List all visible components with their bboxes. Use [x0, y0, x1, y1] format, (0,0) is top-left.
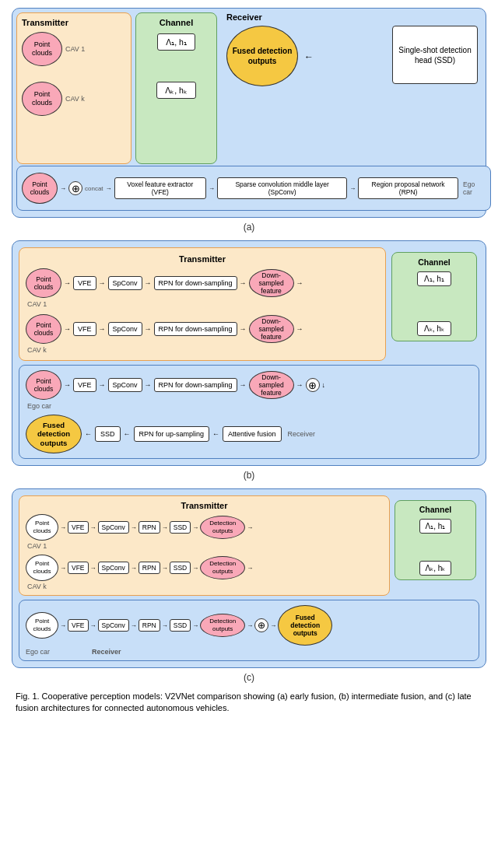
figure-caption: Fig. 1. Cooperative perception models: V… [12, 691, 486, 715]
c-det-outk: Detection outputs [200, 556, 245, 579]
ssd-box-a: Single-shot detection head (SSD) [392, 26, 478, 84]
b-vfek: VFE [73, 322, 96, 336]
c-det-out1: Detection outputs [200, 516, 245, 539]
c-cav1-sub: CAV 1 [27, 542, 383, 550]
ego-car-row: Point clouds → ⊕ concat → Voxel feature … [16, 166, 491, 211]
c-cavk-sub: CAV k [27, 583, 383, 590]
b-rpn-down-ego: RPN for down-sampling [154, 378, 237, 393]
c-ego-row: Point clouds → VFE → SpConv → RPN → SSD … [26, 605, 472, 646]
b-receiver-row: Fused detection outputs ← SSD ← RPN for … [26, 415, 472, 453]
channel-title: Channel [160, 18, 193, 27]
diagram-b-channel: Channel Λ₁, h₁ Λₖ, hₖ [391, 252, 477, 341]
b-vfe-ego: VFE [73, 378, 96, 392]
c-det-out-ego: Detection outputs [200, 614, 245, 637]
b-receiver-label: Receiver [288, 430, 316, 438]
c-vfek: VFE [68, 562, 89, 574]
diagram-b-label: (b) [12, 470, 486, 481]
arrow-ego1: → [60, 185, 66, 192]
vfe-box-a: Voxel feature extractor (VFE) [114, 177, 207, 199]
b-spconv1: SpConv [108, 276, 142, 290]
b-lambda1: Λ₁, h₁ [417, 271, 451, 286]
diagram-a-channel: Channel Λ₁, h₁ Λₖ, hₖ [135, 12, 217, 164]
rpn-box-a: Region proposal network (RPN) [358, 177, 458, 199]
b-fused-outputs: Fused detection outputs [26, 415, 82, 453]
b-rpn-up: RPN for up-sampling [134, 426, 210, 443]
c-ssd1: SSD [170, 521, 191, 534]
diagram-c-label: (c) [12, 672, 486, 683]
c-lambda1: Λ₁, h₁ [419, 519, 452, 534]
diagram-a-transmitter: Transmitter Point clouds CAV 1 Point clo… [16, 12, 132, 164]
concat-circle: ⊕ [68, 181, 82, 195]
c-lambdak: Λₖ, hₖ [419, 561, 452, 576]
c-transmitter-title: Transmitter [26, 501, 383, 510]
ego-pointclouds-ellipse: Point clouds [22, 173, 58, 204]
receiver-title: Receiver [226, 12, 262, 22]
b-lambdak: Λₖ, hₖ [417, 321, 451, 336]
b-rpn-down1: RPN for down-sampling [154, 276, 237, 291]
b-spconvk: SpConv [108, 322, 142, 336]
b-ego-sub: Ego car [27, 402, 472, 410]
main-container: Transmitter Point clouds CAV 1 Point clo… [0, 0, 498, 723]
b-down-featurek: Down-sampled feature [249, 315, 294, 343]
b-down-feature-ego: Down-sampled feature [249, 371, 294, 399]
b-vfe1: VFE [73, 276, 96, 290]
b-ego-cloud: Point clouds [26, 370, 61, 400]
c-circle-plus: ⊕ [254, 618, 268, 632]
c-spconv1: SpConv [98, 521, 129, 534]
c-cavk-cloud: Point clouds [26, 555, 58, 581]
c-fused-outputs: Fused detection outputs [278, 605, 332, 646]
c-rpnk: RPN [139, 562, 160, 574]
c-cavk-row: Point clouds → VFE → SpConv → RPN → SSD … [26, 555, 383, 581]
cavk-ellipse: Point clouds [22, 82, 62, 116]
c-cav1-row: Point clouds → VFE → SpConv → RPN → SSD … [26, 514, 383, 541]
diagram-c-transmitter: Transmitter Channel Λ₁, h₁ Λₖ, hₖ Point … [19, 495, 390, 596]
diagram-b-transmitter: Transmitter Channel Λ₁, h₁ Λₖ, hₖ Point … [19, 247, 386, 361]
b-cav1-cloud: Point clouds [26, 268, 61, 298]
c-ssdk: SSD [170, 562, 191, 574]
diagram-b-section: Transmitter Channel Λ₁, h₁ Λₖ, hₖ Point … [12, 240, 486, 481]
diagram-a-label: (a) [12, 222, 486, 233]
c-vfe1: VFE [68, 521, 89, 534]
lambda1-box: Λ₁, h₁ [157, 33, 195, 51]
arrow-ssd-fused: ← [304, 51, 314, 62]
b-channel-title: Channel [418, 257, 450, 267]
b-rpn-downk: RPN for down-sampling [154, 322, 237, 337]
b-cav1-sub: CAV 1 [27, 300, 379, 308]
cav1-ellipse: Point clouds [22, 32, 62, 66]
b-transmitter-title: Transmitter [26, 254, 379, 264]
concat-label: concat [85, 185, 103, 192]
diagram-c-channel: Channel Λ₁, h₁ Λₖ, hₖ [395, 500, 476, 580]
b-down-feature1: Down-sampled feature [249, 269, 294, 297]
arrow-ego4: → [349, 185, 356, 192]
lambdak-box: Λₖ, hₖ [156, 82, 196, 99]
b-attentive: Attentive fusion [223, 426, 282, 443]
spconv-box-a: Sparse convolution middle layer (SpConv) [217, 177, 347, 199]
diagram-c-section: Transmitter Channel Λ₁, h₁ Λₖ, hₖ Point … [12, 488, 486, 683]
b-spconv-ego: SpConv [108, 378, 142, 392]
c-channel-title: Channel [419, 505, 451, 514]
c-spconv-ego: SpConv [98, 619, 129, 632]
c-ego-sub: Ego car [26, 648, 50, 656]
c-vfe-ego: VFE [68, 619, 89, 632]
b-circle-plus: ⊕ [306, 378, 320, 392]
arrow-ego2: → [106, 185, 112, 192]
cavk-label: CAV k [65, 95, 85, 103]
fused-outputs-a: Fused detection outputs [226, 26, 298, 86]
b-cavk-row: Point clouds → VFE → SpConv → RPN for do… [26, 314, 379, 344]
ego-label-a: Ego car [463, 180, 486, 196]
arrow-ego3: → [209, 185, 215, 192]
c-cav1-cloud: Point clouds [26, 514, 58, 541]
diagram-b-ego-receiver: Point clouds → VFE → SpConv → RPN for do… [19, 365, 479, 459]
diagram-a-section: Transmitter Point clouds CAV 1 Point clo… [12, 8, 486, 233]
transmitter-title: Transmitter [22, 18, 126, 27]
c-ego-cloud: Point clouds [26, 612, 58, 639]
b-cavk-cloud: Point clouds [26, 314, 61, 344]
diagram-c-ego-receiver: Point clouds → VFE → SpConv → RPN → SSD … [19, 600, 479, 661]
c-rpn-ego: RPN [139, 619, 160, 632]
b-ego-row: Point clouds → VFE → SpConv → RPN for do… [26, 370, 472, 400]
b-cav1-row: Point clouds → VFE → SpConv → RPN for do… [26, 268, 379, 298]
c-rpn1: RPN [139, 521, 160, 534]
c-spconvk: SpConv [98, 562, 129, 574]
c-receiver-label: Receiver [92, 648, 121, 656]
c-ssd-ego: SSD [170, 619, 191, 632]
